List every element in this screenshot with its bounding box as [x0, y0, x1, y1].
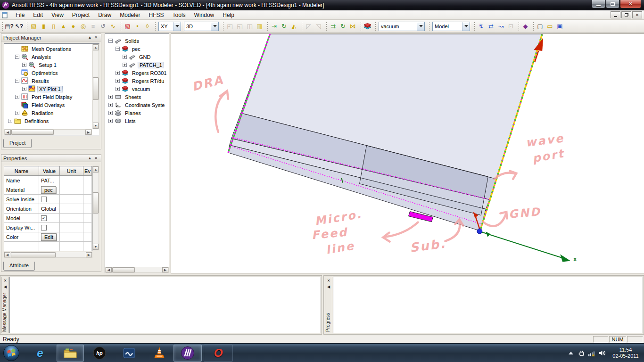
model-tree-item-coordinate-syste[interactable]: Coordinate Syste: [107, 101, 169, 109]
tab-project[interactable]: Project: [3, 139, 32, 148]
windows-explorer-icon[interactable]: [57, 345, 84, 362]
restore-button[interactable]: [606, 0, 619, 8]
expand-icon[interactable]: [116, 87, 120, 91]
cs-create-icon[interactable]: ↯: [476, 22, 486, 31]
dock-pin-icon[interactable]: ◀: [2, 284, 8, 289]
properties-column-ev[interactable]: Ev: [83, 166, 92, 176]
model-tree-item-lists[interactable]: Lists: [107, 117, 169, 125]
revolve-icon[interactable]: ◹: [314, 22, 323, 31]
menu-help[interactable]: Help: [218, 10, 239, 19]
mdi-restore-button[interactable]: [621, 11, 631, 18]
draw-torus-icon[interactable]: ◎: [78, 22, 88, 31]
minimize-button[interactable]: [592, 0, 605, 8]
mdi-minimize-button[interactable]: [611, 11, 620, 18]
project-tree-item-field-overlays[interactable]: Field Overlays: [6, 101, 92, 109]
sweep-icon[interactable]: ◸: [304, 22, 314, 31]
menu-tools[interactable]: Tools: [168, 10, 190, 19]
expand-icon[interactable]: [108, 111, 113, 115]
project-tree-hscrollbar[interactable]: ◀▶: [4, 129, 92, 135]
duplicate-mirror-icon[interactable]: ⋈: [348, 22, 358, 31]
mirror-icon[interactable]: ◭: [289, 22, 299, 31]
draw-sphere-icon[interactable]: ●: [68, 22, 78, 31]
panel-collapse-icon[interactable]: ▲: [87, 156, 93, 161]
property-value[interactable]: [39, 242, 60, 251]
collapse-icon[interactable]: [15, 55, 19, 59]
menu-hfss[interactable]: HFSS: [145, 10, 168, 19]
draw-polyline-icon[interactable]: ∿: [108, 22, 118, 31]
pec-button[interactable]: pec: [41, 186, 56, 194]
model-tree-item-rogers-ro301[interactable]: Rogers RO301: [107, 69, 169, 77]
duplicate-rotate-icon[interactable]: ↻: [338, 22, 348, 31]
project-tree-item-results[interactable]: Results: [6, 77, 92, 85]
power-plug-icon[interactable]: [576, 348, 586, 358]
draw-box-icon[interactable]: ▧: [29, 22, 39, 31]
model-tree-item-vacuum[interactable]: vacuum: [107, 85, 169, 93]
project-tree-item-setup-1[interactable]: Setup 1: [6, 61, 92, 69]
model-tree-item-sheets[interactable]: Sheets: [107, 93, 169, 101]
hp-icon[interactable]: hp: [90, 345, 109, 362]
menu-edit[interactable]: Edit: [29, 10, 47, 19]
taskbar-clock[interactable]: 11:54 02-05-2011: [607, 347, 644, 359]
model-tree-item-solids[interactable]: Solids: [107, 37, 169, 45]
volume-icon[interactable]: [597, 348, 607, 358]
dropdown-arrow-icon[interactable]: [173, 22, 181, 31]
project-tree-item-analysis[interactable]: Analysis: [6, 53, 92, 61]
project-tree-item-definitions[interactable]: Definitions: [6, 117, 92, 125]
dock-pin-icon[interactable]: ◀: [326, 284, 331, 289]
draw-point-icon[interactable]: •: [132, 22, 142, 31]
draw-stack-icon[interactable]: ≡: [88, 22, 98, 31]
material-layers-icon[interactable]: [363, 22, 372, 31]
move-icon[interactable]: ⇥: [269, 22, 279, 31]
message-manager-content[interactable]: [9, 277, 321, 333]
tray-overflow-icon[interactable]: [566, 348, 576, 358]
model-tree-item-planes[interactable]: Planes: [107, 109, 169, 117]
panel-close-icon[interactable]: ✕: [93, 35, 99, 41]
object-type-combo[interactable]: Model: [432, 22, 470, 31]
blue-wave-app-icon[interactable]: [119, 345, 140, 362]
expand-icon[interactable]: [108, 95, 113, 99]
project-tree-item-xy-plot-1[interactable]: XY Plot 1: [6, 85, 92, 93]
project-tree-item-port-field-display[interactable]: Port Field Display: [6, 93, 92, 101]
menu-window[interactable]: Window: [190, 10, 219, 19]
properties-column-value[interactable]: Value: [39, 166, 60, 176]
model-tree-item-gnd[interactable]: GND: [107, 53, 169, 61]
model-tree-item-pec[interactable]: pec: [107, 45, 169, 53]
coordinate-plane-combo[interactable]: XY: [158, 22, 181, 31]
draw-plane-icon[interactable]: ◊: [142, 22, 152, 31]
file-open-icon[interactable]: ▭: [545, 22, 555, 31]
property-value[interactable]: PAT...: [39, 176, 60, 185]
panel-collapse-icon[interactable]: ▲: [87, 35, 93, 41]
3d-modeler-viewport[interactable]: x DRA wave port GND Micro. Feed line Sub…: [171, 33, 644, 273]
draw-cylinder-icon[interactable]: ▮: [39, 22, 49, 31]
property-value[interactable]: [39, 195, 60, 204]
opera-icon[interactable]: O: [204, 345, 233, 362]
cs-face-icon[interactable]: ↝: [496, 22, 506, 31]
properties-vscrollbar[interactable]: ▲▼: [92, 166, 99, 250]
properties-hscrollbar[interactable]: ◀▶: [4, 252, 92, 258]
ansoft-hfss-icon[interactable]: [173, 345, 202, 362]
section-icon[interactable]: ▥: [255, 22, 264, 31]
project-tree-item-radiation[interactable]: Radiation: [6, 109, 92, 117]
mdi-close-button[interactable]: ✕: [632, 11, 642, 18]
edit-button[interactable]: Edit: [41, 233, 57, 241]
start-button[interactable]: [3, 345, 20, 362]
dropdown-arrow-icon[interactable]: [462, 22, 470, 31]
network-icon[interactable]: [586, 348, 597, 358]
draw-cone-icon[interactable]: ▲: [58, 22, 68, 31]
property-value[interactable]: Global: [39, 204, 60, 214]
view-mode-combo[interactable]: 3D: [184, 22, 219, 31]
cs-edit-icon[interactable]: ⊡: [506, 22, 516, 31]
help-wizard-icon[interactable]: ▤?: [4, 22, 14, 31]
property-value[interactable]: pec: [39, 185, 60, 195]
menu-file[interactable]: File: [11, 10, 29, 19]
expand-icon[interactable]: [22, 63, 26, 67]
expand-icon[interactable]: [123, 55, 127, 59]
collapse-icon[interactable]: [108, 39, 113, 43]
collapse-icon[interactable]: [15, 79, 19, 83]
expand-icon[interactable]: [108, 103, 113, 107]
menu-draw[interactable]: Draw: [94, 10, 116, 19]
draw-polyhedron-icon[interactable]: ▯: [49, 22, 58, 31]
boolean-unite-icon[interactable]: ◰: [225, 22, 235, 31]
internet-explorer-icon[interactable]: e: [30, 345, 50, 362]
file-new-icon[interactable]: ▢: [535, 22, 545, 31]
